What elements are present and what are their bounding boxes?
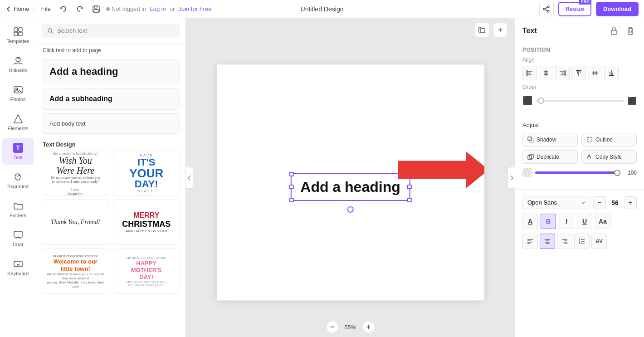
zoom-in-button[interactable]: + xyxy=(362,321,375,333)
copy-style-icon xyxy=(586,154,593,160)
collapse-left-panel-button[interactable] xyxy=(186,167,193,189)
zoom-out-button[interactable]: − xyxy=(326,321,339,333)
save-icon-button[interactable] xyxy=(90,3,102,15)
share-button[interactable] xyxy=(539,2,554,16)
text-left-icon xyxy=(527,238,533,244)
line-spacing-button[interactable] xyxy=(574,234,590,249)
card1-top-text: the scenery is breathtaking! xyxy=(51,151,100,156)
handle-br[interactable] xyxy=(407,198,412,202)
sidebar-item-folders[interactable]: Folders xyxy=(2,196,34,223)
font-select[interactable]: Open Sans xyxy=(522,196,590,209)
add-subheading-button[interactable]: Add a subheading xyxy=(42,88,180,110)
card1-main-text: Wish YouWere Here xyxy=(51,156,100,176)
card2-its-text: IT'S xyxy=(129,157,163,167)
canvas-wrapper: Add a heading xyxy=(217,64,484,300)
design-card-happymothers[interactable]: HERE'S TO YOU, MOM! HAPPYMOTHER'SDAY! MO… xyxy=(113,249,181,294)
order-slider[interactable] xyxy=(536,100,624,102)
align-bottom-button[interactable] xyxy=(604,66,619,80)
canvas-copy-page-button[interactable] xyxy=(475,23,489,37)
font-size-decrease-button[interactable]: − xyxy=(593,196,606,209)
design-card-welcome[interactable]: To our friendly new neighbor, Welcome to… xyxy=(42,249,109,294)
text-right-icon xyxy=(561,238,568,244)
sidebar-item-elements[interactable]: Elements xyxy=(2,109,34,136)
folders-icon xyxy=(13,201,23,211)
join-link[interactable]: Join for Free xyxy=(178,5,211,12)
canvas-heading-text[interactable]: Add a heading xyxy=(300,179,400,195)
document-title[interactable]: Untitled Design xyxy=(301,5,344,13)
bold-button[interactable]: B xyxy=(541,214,556,229)
text-align-right-button[interactable] xyxy=(557,234,572,249)
font-section: Open Sans − 56 + A B I U Aa xyxy=(515,191,644,257)
login-link[interactable]: Log in xyxy=(150,5,166,12)
lock-icon-button[interactable] xyxy=(608,24,620,37)
position-title: Position xyxy=(522,47,637,53)
duplicate-button[interactable]: Duplicate xyxy=(522,150,578,164)
zoom-value[interactable]: 55% xyxy=(342,324,359,331)
pro-badge: PRO xyxy=(579,0,591,5)
outline-button[interactable]: Outline xyxy=(581,133,637,147)
topbar-left: Home | File Not logged in Log in or Join… xyxy=(5,3,296,15)
italic-button[interactable]: I xyxy=(559,214,574,229)
canvas-add-page-button[interactable] xyxy=(493,23,507,37)
undo-button[interactable] xyxy=(57,3,70,15)
search-icon xyxy=(47,28,54,34)
sidebar-item-templates[interactable]: Templates xyxy=(2,22,34,49)
file-button[interactable]: File xyxy=(39,5,54,13)
handle-bl[interactable] xyxy=(289,198,293,202)
font-size-increase-button[interactable]: + xyxy=(624,196,637,209)
add-body-button[interactable]: Add body text xyxy=(42,113,180,134)
collapse-right-panel-button[interactable] xyxy=(507,167,515,189)
bkground-label: Bkground xyxy=(7,184,29,189)
search-box[interactable] xyxy=(42,24,180,38)
rotate-handle[interactable] xyxy=(347,206,353,213)
align-center-v-button[interactable] xyxy=(539,66,553,80)
design-card-merrychristmas[interactable]: MERRY CHRISTMAS AND HAPPY NEW YEAR xyxy=(113,200,181,245)
text-style-row: A B I U Aa xyxy=(522,214,637,229)
download-button[interactable]: Download xyxy=(596,2,639,16)
sidebar-item-text[interactable]: T Text xyxy=(2,138,34,165)
delete-icon-button[interactable] xyxy=(624,24,637,37)
text-align-left-button[interactable] xyxy=(522,234,538,249)
canvas-text-box[interactable]: Add a heading xyxy=(290,173,410,201)
align-left-button[interactable] xyxy=(522,66,537,80)
align-top-button[interactable] xyxy=(571,66,586,80)
resize-button[interactable]: Resize PRO xyxy=(558,2,591,16)
position-section: Position Align xyxy=(515,42,644,113)
redo-button[interactable] xyxy=(73,3,86,15)
sidebar-item-chat[interactable]: Chat xyxy=(2,225,34,252)
svg-point-3 xyxy=(547,6,549,8)
text-effects-button[interactable]: AV xyxy=(591,234,607,249)
case-button[interactable]: Aa xyxy=(595,214,610,229)
handle-tl[interactable] xyxy=(289,172,293,176)
sidebar-item-photos[interactable]: Photos xyxy=(2,80,34,107)
opacity-value[interactable]: 100 xyxy=(624,170,637,176)
canvas-text-element[interactable]: Add a heading xyxy=(290,173,410,201)
delete-icon xyxy=(627,27,634,35)
templates-icon xyxy=(13,27,23,37)
card2-your-text: YOUR xyxy=(129,167,163,179)
opacity-thumb[interactable] xyxy=(614,170,620,176)
opacity-slider[interactable] xyxy=(535,171,620,174)
sidebar-item-uploads[interactable]: Uploads xyxy=(2,51,34,78)
home-button[interactable]: Home xyxy=(5,5,29,12)
handle-ml[interactable] xyxy=(289,185,293,189)
text-align-center-button[interactable] xyxy=(540,234,555,249)
canvas-page[interactable]: Add a heading xyxy=(217,64,484,300)
shadow-button[interactable]: Shadow xyxy=(522,133,578,147)
design-card-wishyouwere[interactable]: the scenery is breathtaking! Wish YouWer… xyxy=(42,151,109,196)
font-size-value[interactable]: 56 xyxy=(609,199,621,206)
add-heading-button[interactable]: Add a heading xyxy=(42,59,180,84)
order-slider-thumb[interactable] xyxy=(538,98,544,104)
underline-a-button[interactable]: A xyxy=(522,214,538,229)
align-middle-h-button[interactable] xyxy=(588,66,602,80)
sidebar-item-bkground[interactable]: Bkground xyxy=(2,167,34,194)
underline-button[interactable]: U xyxy=(577,214,592,229)
align-left-icon xyxy=(527,70,533,76)
sidebar-item-keyboard[interactable]: Keyboard xyxy=(2,254,34,281)
search-input[interactable] xyxy=(57,27,175,34)
align-right-button[interactable] xyxy=(555,66,570,80)
card3-text: Thank You, Friend! xyxy=(51,219,100,226)
design-card-thankyou[interactable]: Thank You, Friend! xyxy=(42,200,109,245)
design-card-itsyourday[interactable]: HAVE IT'S YOUR DAY! BLAST! xyxy=(113,151,181,196)
copy-style-button[interactable]: Copy Style xyxy=(581,150,637,164)
